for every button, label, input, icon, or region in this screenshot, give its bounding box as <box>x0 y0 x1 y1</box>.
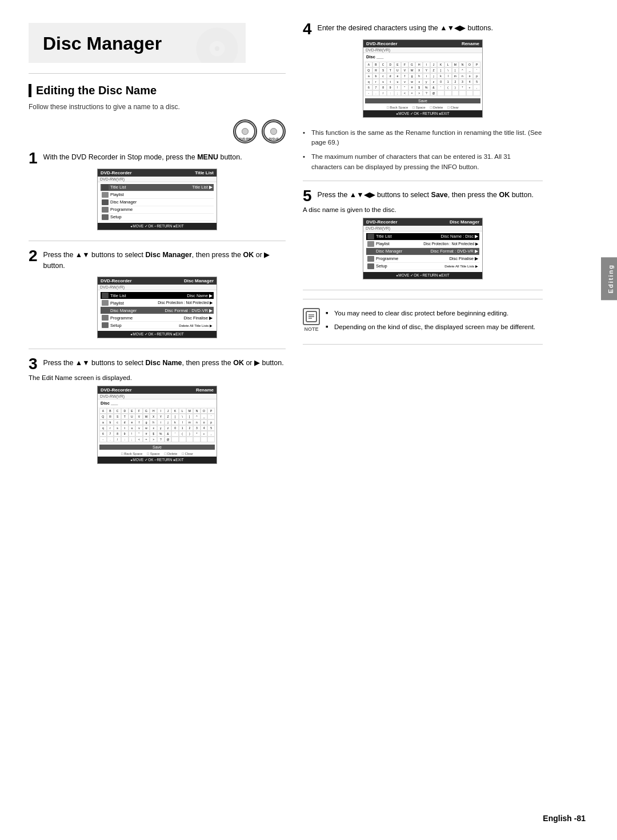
step1-divider <box>29 241 286 241</box>
step4-text: Enter the desired characters using the ▲… <box>303 23 543 34</box>
step5-subtext: A disc name is given to the disc. <box>303 206 543 213</box>
note-text-1: You may need to clear disc protect befor… <box>326 308 535 318</box>
disc-manager-header: Disc Manager <box>29 23 246 63</box>
step2: 2 Press the ▲▼ buttons to select Disc Ma… <box>29 250 286 339</box>
editing-tab: Editing <box>601 257 617 300</box>
page-container: Editing Disc Manager Editing the Disc Na… <box>0 0 617 840</box>
step3-text: Press the ▲▼ buttons to select Disc Name… <box>43 358 286 369</box>
step2-text: Press the ▲▼ buttons to select Disc Mana… <box>43 250 286 271</box>
svg-point-7 <box>271 129 277 134</box>
step2-number: 2 <box>29 248 38 264</box>
step5-text: Press the ▲▼◀▶ buttons to select Save, t… <box>318 190 543 201</box>
note-icon <box>303 308 320 325</box>
header-divider <box>29 73 286 74</box>
section-title: Editing the Disc Name <box>36 84 157 97</box>
step1: 1 With the DVD Recorder in Stop mode, pr… <box>29 152 286 230</box>
dvd-rw-icon: DVD-RW <box>233 119 257 143</box>
rename-screen-3: DVD-Recorder Rename DVD-RW(VR) Disc ___ … <box>97 386 217 464</box>
note-text-2: Depending on the kind of disc, the displ… <box>326 322 535 332</box>
step3-subtext: The Edit Name screen is displayed. <box>29 374 286 381</box>
dvd-r-icon: DVD+R <box>262 119 286 143</box>
step4: 4 Enter the desired characters using the… <box>303 23 543 118</box>
footer: English -81 <box>543 814 586 823</box>
bullet-notes: This function is the same as the Rename … <box>303 128 543 172</box>
screen-mockup-2: DVD-Recorder Disc Manager DVD-RW(VR) Tit… <box>97 277 217 338</box>
note-section: NOTE You may need to clear disc protect … <box>303 299 543 336</box>
footer-divider <box>303 344 543 345</box>
note-divider <box>303 290 543 290</box>
step4-number: 4 <box>303 21 312 37</box>
svg-point-5 <box>244 130 246 133</box>
follow-text: Follow these instructions to give a name… <box>29 103 286 111</box>
bullet-note-1: This function is the same as the Rename … <box>303 128 543 148</box>
step5-number: 5 <box>303 188 312 204</box>
step3: 3 Press the ▲▼ buttons to select Disc Na… <box>29 358 286 464</box>
step5: 5 Press the ▲▼◀▶ buttons to select Save,… <box>303 190 543 279</box>
page-title: Disc Manager <box>43 33 231 54</box>
step1-text: With the DVD Recorder in Stop mode, pres… <box>43 152 286 163</box>
svg-point-8 <box>273 130 275 133</box>
step2-divider <box>29 349 286 349</box>
screen-mockup-5: DVD-Recorder Disc Manager DVD-RW(VR) Tit… <box>363 218 483 279</box>
section-heading: Editing the Disc Name <box>29 84 286 97</box>
note-text: You may need to clear disc protect befor… <box>326 308 535 336</box>
screen-mockup-1: DVD-Recorder Title List DVD-RW(VR) Title… <box>97 169 217 230</box>
step1-number: 1 <box>29 150 38 166</box>
note-label: NOTE <box>304 326 318 332</box>
dvd-icons-row: DVD-RW DVD+R <box>29 119 286 143</box>
rename-screen-4: DVD-Recorder Rename DVD-RW(VR) Disc ___ … <box>363 39 483 118</box>
bullet-note-2: The maximum number of characters that ca… <box>303 152 543 172</box>
svg-point-4 <box>242 129 248 134</box>
step3-number: 3 <box>29 356 38 372</box>
step4-divider <box>303 181 543 181</box>
